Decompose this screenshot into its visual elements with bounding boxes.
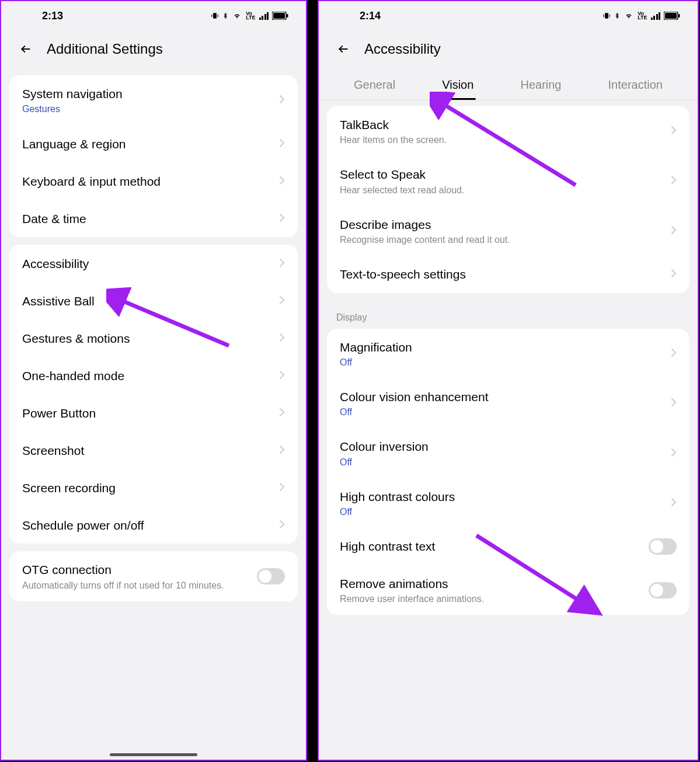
bluetooth-icon bbox=[614, 12, 620, 20]
vision-group-2: MagnificationOffColour vision enhancemen… bbox=[327, 329, 689, 615]
row-subtitle: Hear items on the screen. bbox=[340, 135, 665, 145]
row-subtitle: Hear selected text read aloud. bbox=[340, 185, 665, 196]
row-select-to-speak[interactable]: Select to SpeakHear selected text read a… bbox=[327, 156, 689, 206]
status-bar: 2:13 VoLTE bbox=[1, 1, 306, 30]
chevron-right-icon bbox=[671, 224, 677, 238]
row-describe-images[interactable]: Describe imagesRecognise image content a… bbox=[327, 206, 689, 256]
vision-group-1: TalkBackHear items on the screen.Select … bbox=[327, 106, 689, 293]
phone-right: 2:14 VoLTE Accessibility GeneralVisionHe… bbox=[318, 0, 699, 761]
row-power-button[interactable]: Power Button bbox=[9, 394, 298, 432]
row-title: High contrast text bbox=[340, 538, 649, 554]
svg-rect-13 bbox=[678, 14, 680, 18]
tab-vision[interactable]: Vision bbox=[440, 72, 476, 100]
row-title: Colour inversion bbox=[340, 439, 665, 454]
svg-rect-0 bbox=[213, 13, 217, 18]
row-title: High contrast colours bbox=[340, 489, 665, 504]
row-title: Screen recording bbox=[22, 480, 273, 496]
wifi-icon bbox=[624, 12, 634, 20]
row-screenshot[interactable]: Screenshot bbox=[9, 432, 298, 469]
row-subtitle: Off bbox=[340, 407, 665, 417]
row-talkback[interactable]: TalkBackHear items on the screen. bbox=[327, 106, 689, 156]
row-title: Language & region bbox=[22, 136, 273, 152]
status-icons: VoLTE bbox=[211, 12, 288, 20]
chevron-right-icon bbox=[671, 267, 677, 281]
row-title: Magnification bbox=[340, 339, 665, 355]
chevron-right-icon bbox=[279, 93, 285, 107]
settings-group-2: AccessibilityAssistive BallGestures & mo… bbox=[9, 245, 298, 544]
chevron-right-icon bbox=[671, 447, 677, 460]
row-title: Assistive Ball bbox=[22, 293, 273, 309]
toggle-otg-connection[interactable] bbox=[257, 568, 285, 584]
chevron-right-icon bbox=[671, 396, 677, 410]
row-high-contrast-colours[interactable]: High contrast coloursOff bbox=[327, 478, 689, 528]
row-title: Screenshot bbox=[22, 443, 273, 458]
header: Additional Settings bbox=[1, 30, 306, 68]
tab-general[interactable]: General bbox=[351, 72, 398, 100]
page-title: Additional Settings bbox=[47, 41, 163, 57]
row-title: Select to Speak bbox=[340, 166, 665, 182]
row-gestures-motions[interactable]: Gestures & motions bbox=[9, 319, 298, 357]
row-title: System navigation bbox=[22, 86, 273, 102]
tab-hearing[interactable]: Hearing bbox=[518, 72, 563, 100]
row-system-navigation[interactable]: System navigationGestures bbox=[9, 75, 298, 125]
row-magnification[interactable]: MagnificationOff bbox=[327, 329, 689, 378]
row-remove-animations[interactable]: Remove animationsRemove user interface a… bbox=[327, 565, 689, 615]
row-colour-inversion[interactable]: Colour inversionOff bbox=[327, 428, 689, 478]
row-subtitle: Recognise image content and read it out. bbox=[340, 235, 665, 245]
battery-icon bbox=[664, 12, 680, 20]
row-title: Date & time bbox=[22, 211, 273, 227]
wifi-icon bbox=[232, 12, 242, 20]
chevron-right-icon bbox=[279, 406, 285, 420]
tab-bar: GeneralVisionHearingInteraction bbox=[319, 68, 698, 100]
chevron-right-icon bbox=[671, 347, 677, 360]
volte-icon: VoLTE bbox=[246, 12, 255, 20]
tab-interaction[interactable]: Interaction bbox=[606, 72, 665, 100]
row-screen-recording[interactable]: Screen recording bbox=[9, 469, 298, 506]
row-subtitle: Automatically turns off if not used for … bbox=[22, 580, 257, 591]
header: Accessibility bbox=[319, 30, 698, 68]
section-label-display: Display bbox=[319, 301, 698, 326]
svg-rect-8 bbox=[605, 13, 608, 18]
row-one-handed-mode[interactable]: One-handed mode bbox=[9, 357, 298, 394]
svg-rect-12 bbox=[665, 13, 677, 19]
row-keyboard-input-method[interactable]: Keyboard & input method bbox=[9, 162, 298, 200]
row-subtitle: Off bbox=[340, 457, 665, 468]
chevron-right-icon bbox=[671, 174, 677, 187]
svg-rect-5 bbox=[287, 14, 288, 18]
row-title: Remove animations bbox=[340, 576, 649, 591]
chevron-right-icon bbox=[279, 212, 285, 225]
svg-rect-4 bbox=[273, 13, 285, 19]
row-title: Accessibility bbox=[22, 256, 273, 272]
vibrate-icon bbox=[603, 12, 611, 20]
row-title: Keyboard & input method bbox=[22, 173, 273, 189]
row-text-to-speech-settings[interactable]: Text-to-speech settings bbox=[327, 256, 689, 293]
row-accessibility[interactable]: Accessibility bbox=[9, 245, 298, 282]
vibrate-icon bbox=[211, 12, 219, 20]
back-button[interactable] bbox=[335, 43, 351, 55]
row-language-region[interactable]: Language & region bbox=[9, 125, 298, 162]
chevron-right-icon bbox=[279, 444, 285, 457]
row-title: OTG connection bbox=[22, 562, 257, 577]
toggle-high-contrast-text[interactable] bbox=[649, 538, 677, 555]
row-title: Gestures & motions bbox=[22, 330, 273, 346]
chevron-right-icon bbox=[671, 496, 677, 510]
signal-icon bbox=[259, 12, 269, 20]
toggle-remove-animations[interactable] bbox=[649, 582, 677, 599]
row-subtitle: Gestures bbox=[22, 104, 273, 114]
row-schedule-power-on-off[interactable]: Schedule power on/off bbox=[9, 506, 298, 544]
row-high-contrast-text[interactable]: High contrast text bbox=[327, 528, 689, 565]
settings-group-1: System navigationGesturesLanguage & regi… bbox=[9, 75, 298, 237]
row-title: Power Button bbox=[22, 405, 273, 421]
row-otg-connection[interactable]: OTG connectionAutomatically turns off if… bbox=[9, 551, 298, 601]
signal-icon bbox=[651, 12, 661, 20]
row-subtitle: Off bbox=[340, 357, 665, 368]
phone-left: 2:13 VoLTE Additional Settings System na… bbox=[0, 0, 307, 761]
row-assistive-ball[interactable]: Assistive Ball bbox=[9, 282, 298, 319]
back-button[interactable] bbox=[18, 43, 34, 55]
row-date-time[interactable]: Date & time bbox=[9, 200, 298, 237]
status-time: 2:13 bbox=[42, 10, 63, 22]
home-indicator[interactable] bbox=[110, 753, 197, 756]
row-subtitle: Off bbox=[340, 507, 665, 517]
status-bar: 2:14 VoLTE bbox=[319, 1, 698, 30]
row-colour-vision-enhancement[interactable]: Colour vision enhancementOff bbox=[327, 378, 689, 428]
